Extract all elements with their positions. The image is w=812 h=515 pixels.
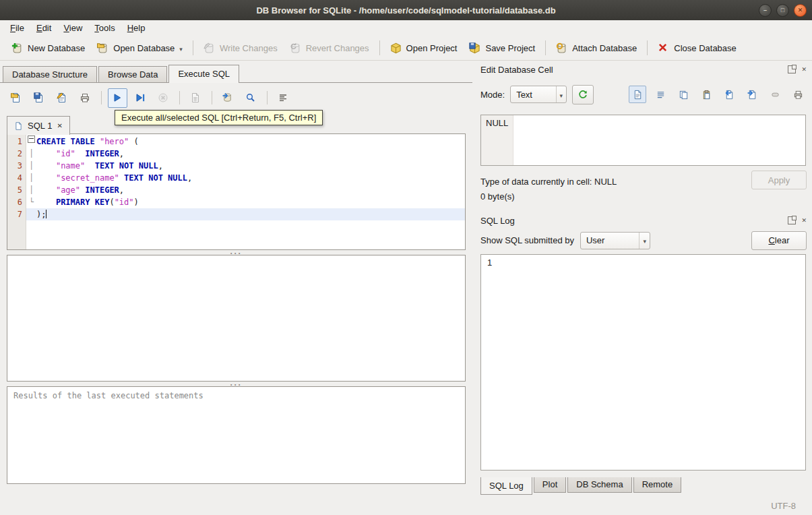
close-database-icon (658, 42, 669, 54)
sql-editor[interactable]: 1234567 CREATE TABLE "hero" (│ "id" INTE… (7, 133, 466, 250)
attach-database-label: Attach Database (572, 43, 637, 53)
cell-editor[interactable]: NULL (480, 115, 806, 166)
cell-type-info: Type of data currently in cell: NULL (480, 177, 617, 187)
sql-log-view[interactable]: 1 (480, 254, 806, 471)
open-project-button[interactable]: Open Project (384, 39, 464, 57)
editor-line: CREATE TABLE "hero" ( (26, 135, 465, 148)
set-null-button[interactable] (766, 86, 784, 103)
mode-select[interactable]: Text (510, 86, 567, 103)
execute-line-icon (135, 92, 146, 104)
export-cell-button[interactable] (743, 86, 761, 103)
menu-help[interactable]: Help (121, 21, 152, 35)
align-button[interactable] (652, 86, 669, 103)
sql-file-tab[interactable]: SQL 1 (7, 116, 70, 135)
clear-label: Clear (768, 235, 789, 245)
print-cell-button[interactable] (789, 86, 807, 103)
editor-line: ); (26, 208, 465, 220)
editor-code[interactable]: CREATE TABLE "hero" (│ "id" INTEGER,│ "n… (26, 134, 465, 249)
save-project-button[interactable]: Save Project (463, 39, 541, 57)
import-cell-button[interactable] (720, 86, 738, 103)
find-replace-button[interactable] (241, 88, 261, 108)
new-database-icon (11, 42, 23, 54)
toolbar-separator (647, 40, 648, 55)
float-icon[interactable] (788, 216, 796, 224)
tab-database-structure[interactable]: Database Structure (3, 66, 97, 82)
format-sql-button[interactable] (274, 88, 293, 108)
write-changes-button[interactable]: Write Changes (197, 39, 284, 57)
word-wrap-button[interactable] (629, 86, 646, 103)
stop-execution-button[interactable] (154, 88, 173, 108)
export-icon (747, 90, 757, 100)
menu-tools[interactable]: Tools (88, 21, 121, 35)
save-project-icon (469, 42, 480, 54)
attach-database-icon (556, 42, 567, 54)
new-database-button[interactable]: New Database (5, 39, 91, 57)
edit-cell-dock-header: Edit Database Cell (480, 63, 807, 75)
sql-document-icon (14, 121, 23, 131)
menu-file[interactable]: File (4, 21, 30, 35)
attach-database-button[interactable]: Attach Database (550, 39, 643, 57)
sql-log-dock-header: SQL Log (480, 214, 807, 226)
print-icon (80, 92, 91, 104)
maximize-button[interactable] (776, 4, 789, 17)
save-sql-as-button[interactable] (53, 88, 72, 108)
editor-line: │ "name" TEXT NOT NULL, (26, 160, 465, 172)
open-database-button[interactable]: Open Database (91, 39, 189, 57)
revert-changes-button[interactable]: Revert Changes (284, 39, 375, 57)
cell-size-info: 0 byte(s) (480, 191, 515, 202)
open-sql-file-button[interactable] (7, 88, 26, 108)
close-database-button[interactable]: Close Database (652, 39, 743, 57)
refresh-cell-button[interactable] (572, 85, 594, 104)
export-data-button[interactable] (218, 88, 238, 108)
sql-log-filter-label: Show SQL submitted by (480, 235, 574, 245)
write-changes-label: Write Changes (220, 43, 278, 53)
copy-cell-button[interactable] (675, 86, 692, 103)
float-icon[interactable] (788, 65, 796, 73)
mode-value: Text (516, 90, 532, 100)
tab-plot[interactable]: Plot (534, 477, 566, 493)
editor-line: │ "secret_name" TEXT NOT NULL, (26, 172, 465, 184)
close-dock-icon[interactable] (801, 217, 807, 224)
toolbar-separator (101, 91, 102, 104)
results-grid-pane[interactable] (7, 255, 466, 382)
toolbar-separator (179, 91, 180, 104)
results-message-pane[interactable]: Results of the last executed statements (7, 386, 466, 484)
main-tabbar: Database Structure Browse Data Execute S… (0, 65, 472, 83)
toolbar-separator (545, 40, 546, 55)
apply-button[interactable]: Apply (751, 171, 807, 189)
paste-cell-button[interactable] (697, 86, 715, 103)
write-changes-icon (204, 42, 215, 54)
window-title: DB Browser for SQLite - /home/user/code/… (256, 5, 555, 16)
sql-log-filter-select[interactable]: User (580, 232, 650, 249)
tab-execute-sql[interactable]: Execute SQL (168, 65, 239, 83)
clear-log-button[interactable]: Clear (751, 231, 807, 250)
print-sql-button[interactable] (75, 88, 95, 108)
encoding-label: UTF-8 (771, 501, 796, 511)
execute-all-button[interactable] (108, 88, 127, 108)
menu-edit[interactable]: Edit (30, 21, 57, 35)
open-database-icon (97, 42, 108, 54)
sql-toolbar (7, 88, 293, 108)
chevron-down-icon (643, 235, 646, 245)
table-view-button[interactable] (186, 88, 206, 108)
titlebar[interactable]: DB Browser for SQLite - /home/user/code/… (0, 0, 812, 20)
table-view-icon (190, 92, 201, 104)
open-project-icon (390, 42, 402, 54)
toolbar-separator (193, 40, 193, 55)
close-dock-icon[interactable] (801, 66, 807, 73)
tab-remote[interactable]: Remote (633, 477, 682, 493)
close-window-button[interactable] (794, 4, 807, 17)
apply-label: Apply (768, 175, 790, 185)
revert-changes-icon (290, 42, 301, 54)
menu-view[interactable]: View (57, 21, 88, 35)
toolbar-separator (379, 40, 380, 55)
execute-line-button[interactable] (131, 88, 150, 108)
tab-db-schema[interactable]: DB Schema (567, 477, 631, 493)
format-sql-icon (278, 92, 289, 104)
tab-sql-log[interactable]: SQL Log (480, 477, 532, 495)
tab-browse-data[interactable]: Browse Data (98, 66, 167, 82)
minimize-button[interactable] (759, 4, 772, 17)
close-tab-icon[interactable] (57, 122, 62, 129)
editor-gutter: 1234567 (7, 134, 26, 249)
save-sql-file-button[interactable] (30, 88, 49, 108)
